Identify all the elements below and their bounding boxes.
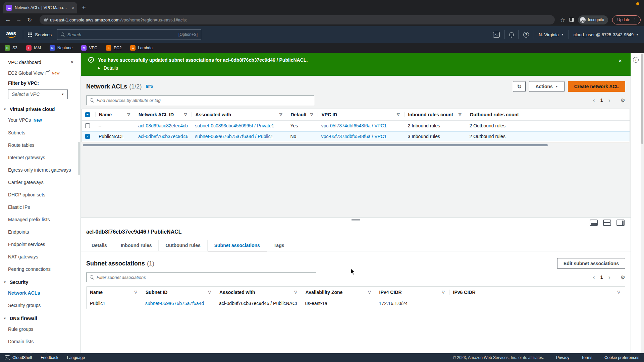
chrome-update-button[interactable]: Update ⋮ bbox=[612, 15, 641, 24]
notifications-bell-icon[interactable] bbox=[509, 33, 514, 36]
sidebar-item-security-groups[interactable]: Security groups bbox=[8, 302, 74, 309]
region-selector[interactable]: N. Virginia ▼ bbox=[539, 32, 564, 37]
page-number[interactable]: 1 bbox=[600, 275, 603, 280]
bookmark-star-icon[interactable]: ☆ bbox=[560, 17, 565, 23]
sort-icon[interactable]: ▽ bbox=[442, 290, 446, 294]
bookmark-lambda[interactable]: λLambda bbox=[130, 45, 152, 51]
page-number[interactable]: 1 bbox=[600, 98, 603, 103]
sort-icon[interactable]: ▽ bbox=[135, 290, 139, 294]
sidebar-item-subnets[interactable]: Subnets bbox=[8, 129, 74, 136]
sidebar-item-vpc-dashboard[interactable]: VPC dashboard bbox=[8, 60, 41, 65]
bookmark-iam[interactable]: IIAM bbox=[26, 45, 41, 51]
layout-side-panel-icon[interactable] bbox=[616, 220, 625, 226]
sidebar-item-managed-prefix-lists[interactable]: Managed prefix lists bbox=[8, 216, 74, 223]
bookmark-s3[interactable]: SS3 bbox=[5, 45, 17, 51]
cloudshell-icon[interactable]: >_ bbox=[493, 32, 500, 38]
select-all-checkbox[interactable]: − bbox=[85, 112, 90, 117]
sort-icon[interactable]: ▽ bbox=[310, 112, 314, 117]
section-virtual-private-cloud[interactable]: ▼ Virtual private cloud bbox=[3, 107, 80, 112]
info-icon[interactable]: i bbox=[633, 57, 639, 63]
sidebar-item-nat-gateways[interactable]: NAT gateways bbox=[8, 253, 74, 260]
reload-button[interactable]: ↻ bbox=[25, 16, 34, 23]
prev-page-icon[interactable]: ‹ bbox=[593, 274, 595, 281]
sidebar-item-endpoints[interactable]: Endpoints bbox=[8, 229, 74, 236]
sidebar-item-egress-only-internet-gateways[interactable]: Egress-only internet gateways bbox=[8, 167, 74, 174]
subnet-filter-field[interactable] bbox=[86, 272, 316, 282]
acl-filter-field[interactable] bbox=[86, 95, 314, 105]
sidebar-close-icon[interactable]: × bbox=[70, 59, 74, 66]
next-page-icon[interactable]: › bbox=[608, 274, 610, 281]
tab-outbound-rules[interactable]: Outbound rules bbox=[158, 240, 207, 251]
prev-page-icon[interactable]: ‹ bbox=[593, 97, 595, 104]
info-link[interactable]: Info bbox=[146, 84, 153, 89]
row-checkbox[interactable] bbox=[85, 123, 90, 128]
tab-close-icon[interactable]: × bbox=[72, 5, 74, 10]
vertical-scrollbar[interactable] bbox=[641, 53, 644, 353]
edit-subnet-associations-button[interactable]: Edit subnet associations bbox=[557, 258, 625, 269]
horizontal-scrollbar[interactable] bbox=[82, 144, 629, 146]
help-icon[interactable]: ? bbox=[523, 32, 529, 38]
tab-tags[interactable]: Tags bbox=[267, 240, 291, 251]
subnet-link[interactable]: subnet-0c0893cbc4550995f / Private1 bbox=[195, 123, 274, 128]
sidebar-item-your-vpcs[interactable]: Your VPCsNew bbox=[8, 117, 74, 124]
sort-icon[interactable]: ▽ bbox=[368, 290, 372, 294]
acl-id-link[interactable]: acl-0db8f76cb37ec9d46 bbox=[138, 134, 188, 139]
banner-close-icon[interactable]: × bbox=[619, 58, 622, 64]
sort-icon[interactable]: ▽ bbox=[127, 112, 131, 117]
bookmark-vpc[interactable]: VVPC bbox=[81, 45, 97, 51]
table-row[interactable]: – acl-08d99acc82efec4cb subnet-0c0893cbc… bbox=[82, 120, 630, 131]
chrome-menu-icon[interactable]: ⋮ bbox=[633, 17, 637, 22]
sidebar-item-dhcp-option-sets[interactable]: DHCP option sets bbox=[8, 191, 74, 198]
sidebar-item-peering-connections[interactable]: Peering connections bbox=[8, 266, 74, 273]
create-network-acl-button[interactable]: Create network ACL bbox=[568, 81, 625, 92]
services-menu[interactable]: Services bbox=[28, 32, 52, 37]
table-row-selected[interactable]: ✓ PublicNACL acl-0db8f76cb37ec9d46 subne… bbox=[82, 131, 630, 142]
back-button[interactable]: ← bbox=[3, 16, 13, 23]
sort-icon[interactable]: ▽ bbox=[618, 290, 622, 294]
banner-details-toggle[interactable]: ▶ Details bbox=[98, 65, 624, 71]
scrollbar-thumb[interactable] bbox=[83, 144, 548, 146]
sort-icon[interactable]: ▽ bbox=[208, 290, 212, 294]
sort-icon[interactable]: ▽ bbox=[459, 112, 463, 117]
tab-subnet-associations[interactable]: Subnet associations bbox=[207, 240, 267, 251]
sort-icon[interactable]: ▽ bbox=[184, 112, 188, 117]
sidebar-item-network-acls[interactable]: Network ACLs bbox=[8, 290, 74, 297]
subnet-id-link[interactable]: subnet-069a676b75a7f6a4d bbox=[145, 301, 204, 306]
account-menu[interactable]: cloud_user @ 8725-3342-9549 ▼ bbox=[574, 32, 639, 37]
console-search-input[interactable] bbox=[67, 32, 176, 37]
tab-inbound-rules[interactable]: Inbound rules bbox=[114, 240, 159, 251]
sidebar-item-ec2-global-view[interactable]: EC2 Global View New bbox=[8, 70, 80, 76]
actions-button[interactable]: Actions ▼ bbox=[529, 81, 564, 92]
footer-feedback-link[interactable]: Feedback bbox=[41, 355, 58, 360]
browser-tab[interactable]: ☁ Network ACLs | VPC Managem × bbox=[3, 2, 77, 13]
sort-icon[interactable]: ▽ bbox=[279, 112, 283, 117]
refresh-button[interactable]: ↻ bbox=[513, 81, 526, 92]
footer-privacy-link[interactable]: Privacy bbox=[556, 355, 569, 360]
sidebar-item-domain-lists[interactable]: Domain lists bbox=[8, 338, 74, 345]
forward-button[interactable]: → bbox=[14, 16, 23, 23]
footer-cloudshell-button[interactable]: >_ CloudShell bbox=[5, 355, 32, 360]
sidebar-scrollbar[interactable] bbox=[78, 142, 80, 175]
sidebar-item-endpoint-services[interactable]: Endpoint services bbox=[8, 241, 74, 248]
bookmark-neptune[interactable]: NNeptune bbox=[50, 45, 72, 51]
address-bar[interactable]: us-east-1.console.aws.amazon.com/vpc/hom… bbox=[40, 15, 555, 24]
layout-bottom-panel-icon[interactable] bbox=[590, 220, 598, 226]
next-page-icon[interactable]: › bbox=[608, 97, 610, 104]
vpc-link[interactable]: vpc-05f7374dbf6548f6a / VPC1 bbox=[321, 123, 386, 128]
side-panel-icon[interactable] bbox=[569, 18, 574, 22]
new-tab-button[interactable]: + bbox=[82, 4, 86, 11]
console-search[interactable]: [Option+S] bbox=[57, 29, 201, 40]
section-security[interactable]: ▼ Security bbox=[3, 280, 80, 285]
vpc-filter-select[interactable]: Select a VPC ▼ bbox=[8, 89, 68, 99]
layout-split-panel-icon[interactable] bbox=[603, 220, 611, 226]
acl-id-link[interactable]: acl-08d99acc82efec4cb bbox=[138, 123, 188, 128]
subnet-filter-input[interactable] bbox=[97, 275, 313, 280]
acl-filter-input[interactable] bbox=[97, 98, 311, 103]
sidebar-item-carrier-gateways[interactable]: Carrier gateways bbox=[8, 179, 74, 186]
sort-icon[interactable]: ▽ bbox=[294, 290, 298, 294]
table-settings-gear-icon[interactable]: ⚙ bbox=[621, 97, 625, 104]
row-checkbox[interactable]: ✓ bbox=[85, 134, 90, 139]
aws-logo[interactable]: aws bbox=[5, 31, 18, 39]
sort-icon[interactable]: ▽ bbox=[397, 112, 401, 117]
footer-terms-link[interactable]: Terms bbox=[581, 355, 592, 360]
